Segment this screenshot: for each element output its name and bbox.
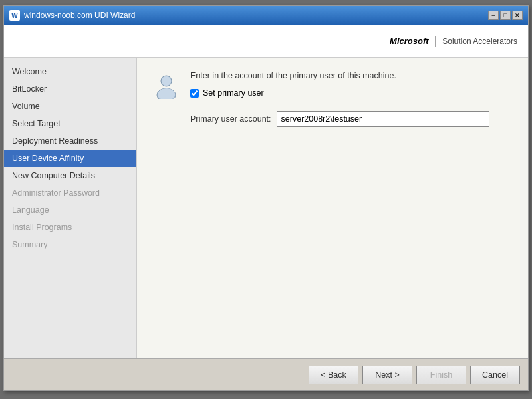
checkbox-row: Set primary user	[190, 88, 512, 98]
window-icon: W	[9, 10, 20, 21]
user-icon	[153, 72, 180, 99]
sidebar: Welcome BitLocker Volume Select Target D…	[4, 58, 137, 358]
ms-branding: Microsoft | Solution Accelerators	[390, 34, 517, 48]
maximize-button[interactable]: □	[500, 11, 511, 20]
form-label: Primary user account:	[190, 114, 271, 124]
title-bar: W windows-noob.com UDI Wizard – □ ✕	[4, 6, 528, 25]
sidebar-item-user-device-affinity[interactable]: User Device Affinity	[4, 150, 136, 167]
ms-logo: Microsoft	[390, 36, 429, 46]
sidebar-item-install-programs: Install Programs	[4, 219, 136, 236]
content-right: Enter in the account of the primary user…	[190, 71, 512, 127]
form-row: Primary user account:	[190, 111, 512, 127]
sidebar-item-language: Language	[4, 201, 136, 219]
title-controls: – □ ✕	[488, 11, 523, 20]
header-bar: Microsoft | Solution Accelerators	[4, 25, 528, 58]
sidebar-item-administrator-password: Administrator Password	[4, 184, 136, 201]
title-bar-left: W windows-noob.com UDI Wizard	[9, 10, 135, 21]
sidebar-item-summary: Summary	[4, 236, 136, 253]
description-text: Enter in the account of the primary user…	[190, 71, 512, 80]
sidebar-item-volume[interactable]: Volume	[4, 98, 136, 115]
sidebar-item-welcome[interactable]: Welcome	[4, 63, 136, 80]
ms-solution: Solution Accelerators	[442, 37, 517, 46]
main-content: Welcome BitLocker Volume Select Target D…	[4, 58, 528, 358]
sidebar-item-new-computer-details[interactable]: New Computer Details	[4, 167, 136, 184]
minimize-button[interactable]: –	[488, 11, 499, 20]
footer: < Back Next > Finish Cancel	[4, 358, 528, 390]
main-window: W windows-noob.com UDI Wizard – □ ✕ Micr…	[3, 5, 529, 391]
brand-separator: |	[434, 34, 438, 48]
svg-point-2	[162, 76, 171, 86]
content-area: Enter in the account of the primary user…	[137, 58, 528, 358]
next-button[interactable]: Next >	[362, 366, 412, 384]
window-title: windows-noob.com UDI Wizard	[24, 11, 135, 20]
sidebar-item-select-target[interactable]: Select Target	[4, 115, 136, 132]
checkbox-label[interactable]: Set primary user	[203, 88, 264, 98]
watermark: windows-noob.com	[0, 396, 532, 399]
sidebar-item-bitlocker[interactable]: BitLocker	[4, 80, 136, 98]
sidebar-item-deployment-readiness[interactable]: Deployment Readiness	[4, 132, 136, 150]
finish-button: Finish	[416, 366, 466, 384]
back-button[interactable]: < Back	[309, 366, 358, 384]
close-button[interactable]: ✕	[512, 11, 523, 20]
content-section: Enter in the account of the primary user…	[153, 71, 512, 127]
cancel-button[interactable]: Cancel	[470, 366, 520, 384]
set-primary-user-checkbox[interactable]	[190, 89, 199, 98]
primary-user-account-input[interactable]	[277, 111, 489, 127]
